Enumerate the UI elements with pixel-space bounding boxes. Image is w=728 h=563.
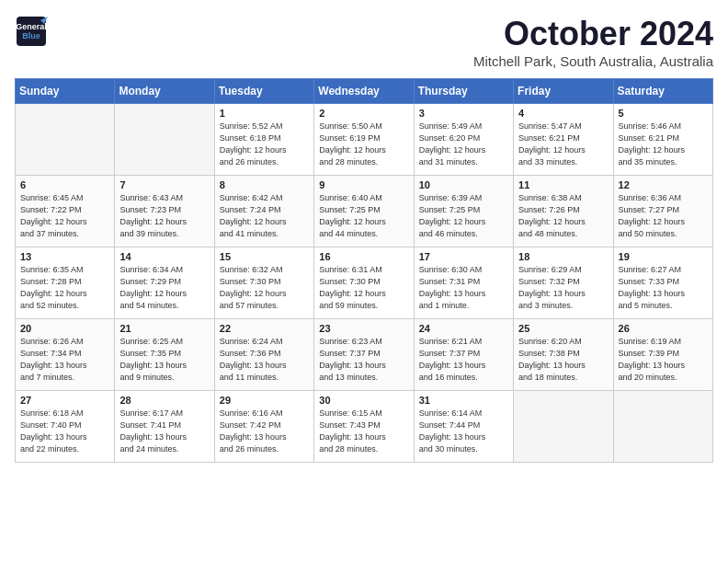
weekday-header-tuesday: Tuesday xyxy=(214,79,313,104)
day-number: 7 xyxy=(119,179,209,190)
calendar-cell: 3Sunrise: 5:49 AMSunset: 6:20 PMDaylight… xyxy=(414,104,513,176)
day-number: 25 xyxy=(518,323,608,334)
page-header: General Blue October 2024 Mitchell Park,… xyxy=(15,15,713,69)
day-number: 11 xyxy=(518,179,608,190)
weekday-header-sunday: Sunday xyxy=(16,79,115,104)
weekday-header-monday: Monday xyxy=(115,79,214,104)
day-info: Sunrise: 6:35 AMSunset: 7:28 PMDaylight:… xyxy=(20,264,109,312)
day-info: Sunrise: 6:19 AMSunset: 7:39 PMDaylight:… xyxy=(619,336,708,384)
day-info: Sunrise: 5:52 AMSunset: 6:18 PMDaylight:… xyxy=(220,121,309,168)
calendar-cell: 12Sunrise: 6:36 AMSunset: 7:27 PMDayligh… xyxy=(613,176,712,247)
day-number: 12 xyxy=(619,179,708,190)
day-number: 14 xyxy=(119,251,209,262)
day-number: 15 xyxy=(220,251,309,262)
day-number: 26 xyxy=(619,323,708,334)
calendar-week-3: 13Sunrise: 6:35 AMSunset: 7:28 PMDayligh… xyxy=(16,247,713,319)
day-number: 5 xyxy=(619,108,708,119)
day-info: Sunrise: 6:21 AMSunset: 7:37 PMDaylight:… xyxy=(419,336,508,384)
calendar-cell: 27Sunrise: 6:18 AMSunset: 7:40 PMDayligh… xyxy=(16,391,115,463)
svg-text:General: General xyxy=(16,22,47,31)
day-number: 29 xyxy=(220,395,309,406)
weekday-header-friday: Friday xyxy=(514,79,613,104)
day-info: Sunrise: 6:25 AMSunset: 7:35 PMDaylight:… xyxy=(119,336,209,384)
day-info: Sunrise: 6:26 AMSunset: 7:34 PMDaylight:… xyxy=(20,336,109,384)
calendar-cell: 30Sunrise: 6:15 AMSunset: 7:43 PMDayligh… xyxy=(314,391,414,463)
day-info: Sunrise: 6:36 AMSunset: 7:27 PMDaylight:… xyxy=(619,192,708,240)
day-info: Sunrise: 5:46 AMSunset: 6:21 PMDaylight:… xyxy=(619,121,708,168)
calendar-cell: 17Sunrise: 6:30 AMSunset: 7:31 PMDayligh… xyxy=(414,247,513,319)
calendar-cell: 22Sunrise: 6:24 AMSunset: 7:36 PMDayligh… xyxy=(214,319,313,391)
day-number: 31 xyxy=(419,395,508,406)
day-number: 21 xyxy=(119,323,209,334)
calendar-cell xyxy=(115,104,214,176)
calendar-cell: 26Sunrise: 6:19 AMSunset: 7:39 PMDayligh… xyxy=(613,319,712,391)
calendar-cell: 25Sunrise: 6:20 AMSunset: 7:38 PMDayligh… xyxy=(514,319,613,391)
calendar-cell: 5Sunrise: 5:46 AMSunset: 6:21 PMDaylight… xyxy=(613,104,712,176)
calendar-body: 1Sunrise: 5:52 AMSunset: 6:18 PMDaylight… xyxy=(16,104,713,463)
calendar-cell: 31Sunrise: 6:14 AMSunset: 7:44 PMDayligh… xyxy=(414,391,513,463)
day-number: 16 xyxy=(319,251,408,262)
location-subtitle: Mitchell Park, South Australia, Australi… xyxy=(473,53,713,69)
calendar-cell: 21Sunrise: 6:25 AMSunset: 7:35 PMDayligh… xyxy=(115,319,214,391)
day-info: Sunrise: 6:43 AMSunset: 7:23 PMDaylight:… xyxy=(119,192,209,240)
calendar-week-5: 27Sunrise: 6:18 AMSunset: 7:40 PMDayligh… xyxy=(16,391,713,463)
day-number: 3 xyxy=(419,108,508,119)
title-block: October 2024 Mitchell Park, South Austra… xyxy=(473,15,713,69)
day-info: Sunrise: 6:42 AMSunset: 7:24 PMDaylight:… xyxy=(220,192,309,240)
day-info: Sunrise: 6:38 AMSunset: 7:26 PMDaylight:… xyxy=(518,192,608,240)
day-info: Sunrise: 5:49 AMSunset: 6:20 PMDaylight:… xyxy=(419,121,508,168)
calendar-cell xyxy=(514,391,613,463)
day-info: Sunrise: 6:17 AMSunset: 7:41 PMDaylight:… xyxy=(119,408,209,455)
calendar-cell: 28Sunrise: 6:17 AMSunset: 7:41 PMDayligh… xyxy=(115,391,214,463)
calendar-cell xyxy=(613,391,712,463)
calendar-cell: 6Sunrise: 6:45 AMSunset: 7:22 PMDaylight… xyxy=(16,176,115,247)
day-info: Sunrise: 6:23 AMSunset: 7:37 PMDaylight:… xyxy=(319,336,408,384)
day-number: 9 xyxy=(319,179,408,190)
calendar-cell: 14Sunrise: 6:34 AMSunset: 7:29 PMDayligh… xyxy=(115,247,214,319)
day-number: 1 xyxy=(220,108,309,119)
calendar-cell: 8Sunrise: 6:42 AMSunset: 7:24 PMDaylight… xyxy=(214,176,313,247)
day-info: Sunrise: 6:29 AMSunset: 7:32 PMDaylight:… xyxy=(518,264,608,312)
weekday-header-saturday: Saturday xyxy=(613,79,712,104)
logo: General Blue xyxy=(15,15,48,52)
calendar-table: SundayMondayTuesdayWednesdayThursdayFrid… xyxy=(15,78,713,463)
day-number: 6 xyxy=(20,179,109,190)
day-info: Sunrise: 6:31 AMSunset: 7:30 PMDaylight:… xyxy=(319,264,408,312)
day-number: 17 xyxy=(419,251,508,262)
day-number: 10 xyxy=(419,179,508,190)
day-number: 27 xyxy=(20,395,109,406)
day-info: Sunrise: 6:14 AMSunset: 7:44 PMDaylight:… xyxy=(419,408,508,455)
calendar-cell: 24Sunrise: 6:21 AMSunset: 7:37 PMDayligh… xyxy=(414,319,513,391)
calendar-week-1: 1Sunrise: 5:52 AMSunset: 6:18 PMDaylight… xyxy=(16,104,713,176)
day-number: 24 xyxy=(419,323,508,334)
day-info: Sunrise: 6:32 AMSunset: 7:30 PMDaylight:… xyxy=(220,264,309,312)
day-number: 22 xyxy=(220,323,309,334)
day-number: 2 xyxy=(319,108,408,119)
weekday-header-row: SundayMondayTuesdayWednesdayThursdayFrid… xyxy=(16,79,713,104)
calendar-cell: 13Sunrise: 6:35 AMSunset: 7:28 PMDayligh… xyxy=(16,247,115,319)
calendar-cell: 23Sunrise: 6:23 AMSunset: 7:37 PMDayligh… xyxy=(314,319,414,391)
calendar-cell: 18Sunrise: 6:29 AMSunset: 7:32 PMDayligh… xyxy=(514,247,613,319)
svg-text:Blue: Blue xyxy=(22,31,40,40)
day-number: 23 xyxy=(319,323,408,334)
weekday-header-wednesday: Wednesday xyxy=(314,79,414,104)
calendar-week-2: 6Sunrise: 6:45 AMSunset: 7:22 PMDaylight… xyxy=(16,176,713,247)
day-info: Sunrise: 6:15 AMSunset: 7:43 PMDaylight:… xyxy=(319,408,408,455)
day-number: 28 xyxy=(119,395,209,406)
day-info: Sunrise: 5:47 AMSunset: 6:21 PMDaylight:… xyxy=(518,121,608,168)
calendar-cell: 11Sunrise: 6:38 AMSunset: 7:26 PMDayligh… xyxy=(514,176,613,247)
calendar-cell xyxy=(16,104,115,176)
calendar-cell: 20Sunrise: 6:26 AMSunset: 7:34 PMDayligh… xyxy=(16,319,115,391)
day-info: Sunrise: 6:27 AMSunset: 7:33 PMDaylight:… xyxy=(619,264,708,312)
month-title: October 2024 xyxy=(473,15,713,53)
day-info: Sunrise: 6:24 AMSunset: 7:36 PMDaylight:… xyxy=(220,336,309,384)
calendar-cell: 1Sunrise: 5:52 AMSunset: 6:18 PMDaylight… xyxy=(214,104,313,176)
day-number: 18 xyxy=(518,251,608,262)
calendar-cell: 9Sunrise: 6:40 AMSunset: 7:25 PMDaylight… xyxy=(314,176,414,247)
calendar-week-4: 20Sunrise: 6:26 AMSunset: 7:34 PMDayligh… xyxy=(16,319,713,391)
day-number: 13 xyxy=(20,251,109,262)
calendar-cell: 7Sunrise: 6:43 AMSunset: 7:23 PMDaylight… xyxy=(115,176,214,247)
calendar-cell: 2Sunrise: 5:50 AMSunset: 6:19 PMDaylight… xyxy=(314,104,414,176)
calendar-cell: 10Sunrise: 6:39 AMSunset: 7:25 PMDayligh… xyxy=(414,176,513,247)
day-info: Sunrise: 6:20 AMSunset: 7:38 PMDaylight:… xyxy=(518,336,608,384)
